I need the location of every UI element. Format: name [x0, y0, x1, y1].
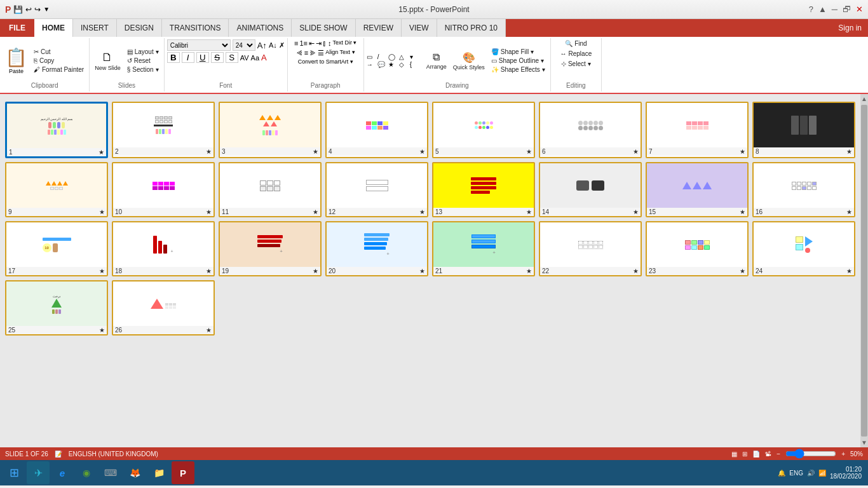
slide-11[interactable]: 11 ★	[219, 162, 322, 217]
tab-home[interactable]: HOME	[34, 19, 73, 37]
help-icon[interactable]: ?	[809, 4, 813, 14]
tab-slide-show[interactable]: SLIDE SHOW	[292, 19, 355, 37]
slide-14[interactable]: 14 ★	[539, 162, 642, 217]
slide-13[interactable]: 13 ★	[432, 162, 535, 217]
line-spacing-button[interactable]: ↕	[328, 39, 332, 48]
slide-3[interactable]: 3 ★	[219, 102, 322, 158]
tab-file[interactable]: FILE	[0, 19, 34, 37]
rect-shape[interactable]: ▭	[367, 53, 377, 60]
format-painter-button[interactable]: 🖌 Format Painter	[31, 65, 86, 74]
shadow-button[interactable]: S	[226, 52, 238, 63]
customize-icon[interactable]: ▼	[43, 6, 50, 13]
slide-6[interactable]: 6 ★	[539, 102, 642, 158]
undo-icon[interactable]: ↩	[25, 5, 32, 14]
section-button[interactable]: § Section ▾	[125, 65, 161, 74]
columns-button[interactable]: ⫿	[323, 39, 327, 48]
arrow-shape[interactable]: →	[367, 61, 377, 68]
tab-insert[interactable]: INSERT	[73, 19, 117, 37]
slide-22[interactable]: 22 ★	[539, 221, 642, 276]
slide-7[interactable]: 7 ★	[646, 102, 749, 158]
zoom-plus-button[interactable]: +	[841, 451, 845, 458]
shape-effects-dropdown[interactable]: ▾	[542, 66, 545, 73]
slide-panel[interactable]: بسم الله الرحمن الرحيم	[0, 94, 860, 447]
shape-fill-button[interactable]: 🪣 Shape Fill ▾	[489, 48, 548, 56]
slide-24[interactable]: 24 ★	[752, 221, 855, 276]
star-shape[interactable]: ★	[388, 61, 398, 68]
slide-1[interactable]: بسم الله الرحمن الرحيم	[5, 102, 108, 158]
reading-view-icon[interactable]: 📄	[752, 451, 760, 458]
slide-20[interactable]: + 20 ★	[325, 221, 428, 276]
media-player-app[interactable]: ◉	[75, 461, 98, 484]
powerpoint-app[interactable]: P	[172, 461, 194, 484]
font-spacing-icon[interactable]: AV	[240, 54, 249, 62]
telegram-app[interactable]: ✈	[27, 461, 50, 484]
more-shapes[interactable]: ▾	[410, 53, 420, 60]
slide-23[interactable]: 23 ★	[646, 221, 749, 276]
notes-icon[interactable]: 📝	[55, 451, 62, 458]
triangle-shape[interactable]: △	[399, 53, 409, 60]
normal-view-icon[interactable]: ▦	[731, 451, 737, 458]
flow-shape[interactable]: ◇	[399, 61, 409, 68]
start-button[interactable]: ⊞	[3, 461, 25, 484]
volume-icon[interactable]: 🔊	[807, 470, 815, 477]
shape-outline-dropdown[interactable]: ▾	[541, 57, 544, 64]
scroll-thumb[interactable]	[861, 105, 867, 437]
slide-10[interactable]: 10 ★	[112, 162, 215, 217]
find-button[interactable]: 🔍 Find	[562, 39, 589, 48]
tab-nitro[interactable]: NITRO PRO 10	[437, 19, 506, 37]
slide-21[interactable]: + 21 ★	[432, 221, 535, 276]
increase-indent-icon[interactable]: ⇥	[316, 39, 322, 48]
minimize-icon[interactable]: ─	[832, 4, 837, 14]
cut-button[interactable]: ✂ Cut	[31, 48, 86, 56]
select-button[interactable]: ⊹ Select ▾	[559, 60, 593, 68]
italic-button[interactable]: I	[182, 52, 194, 63]
decrease-indent-icon[interactable]: ⇤	[309, 39, 315, 48]
slide-9[interactable]: 9 ★	[5, 162, 108, 217]
callout-shape[interactable]: 💬	[377, 61, 388, 68]
paste-button[interactable]: 📋 Paste	[3, 44, 30, 77]
font-color-button[interactable]: A	[261, 53, 267, 62]
slide-8[interactable]: 8 ★	[752, 102, 855, 158]
reset-button[interactable]: ↺ Reset	[125, 57, 161, 65]
restore-icon[interactable]: 🗗	[843, 4, 851, 14]
tab-design[interactable]: DESIGN	[117, 19, 162, 37]
font-size-select[interactable]: 24	[233, 39, 255, 51]
scroll-down-arrow[interactable]: ▼	[860, 438, 868, 447]
slide-5[interactable]: 5 ★	[432, 102, 535, 158]
zoom-slider[interactable]	[785, 450, 836, 458]
underline-button[interactable]: U	[196, 52, 209, 63]
network-icon[interactable]: 📶	[818, 470, 826, 477]
zoom-minus-button[interactable]: −	[776, 451, 780, 458]
brace-shape[interactable]: {	[410, 61, 420, 68]
layout-button[interactable]: ▤ Layout ▾	[125, 48, 161, 56]
scroll-up-arrow[interactable]: ▲	[860, 94, 868, 104]
slide-16[interactable]: 16 ★	[752, 162, 855, 217]
smartart-button[interactable]: Convert to SmartArt ▾	[298, 58, 353, 65]
shape-fill-dropdown[interactable]: ▾	[531, 48, 534, 55]
shape-effects-button[interactable]: ✨ Shape Effects ▾	[489, 65, 548, 74]
redo-icon[interactable]: ↪	[34, 5, 41, 14]
slide-17[interactable]: 10 17 ★	[5, 221, 108, 276]
replace-button[interactable]: ↔ Replace	[558, 50, 595, 58]
sign-in-link[interactable]: Sign in	[832, 21, 868, 35]
quick-styles-button[interactable]: 🎨 Quick Styles	[451, 50, 487, 72]
slide-26[interactable]: 26 ★	[112, 280, 215, 336]
bold-button[interactable]: B	[167, 52, 180, 63]
slide-25[interactable]: درخت 25 ★	[5, 280, 108, 336]
slide-2[interactable]: 2 ★	[112, 102, 215, 158]
font-name-select[interactable]: Calibri	[167, 39, 231, 51]
clear-formatting-icon[interactable]: ✗	[279, 41, 285, 50]
align-left-button[interactable]: ⫷	[296, 49, 303, 57]
tab-transitions[interactable]: TRANSITIONS	[162, 19, 229, 37]
align-text-button[interactable]: Align Text ▾	[325, 49, 355, 57]
slide-4[interactable]: 4 ★	[325, 102, 428, 158]
shape-outline-button[interactable]: ▭ Shape Outline ▾	[489, 57, 548, 65]
grow-font-button[interactable]: A↑	[257, 41, 267, 50]
ribbon-collapse-icon[interactable]: ▲	[818, 4, 827, 14]
right-scrollbar[interactable]: ▲ ▼	[860, 94, 868, 447]
oval-shape[interactable]: ◯	[388, 53, 398, 60]
change-case-button[interactable]: Aa	[251, 54, 259, 62]
line-shape[interactable]: /	[377, 53, 388, 60]
tab-view[interactable]: VIEW	[402, 19, 437, 37]
notifications-icon[interactable]: 🔔	[778, 470, 785, 477]
